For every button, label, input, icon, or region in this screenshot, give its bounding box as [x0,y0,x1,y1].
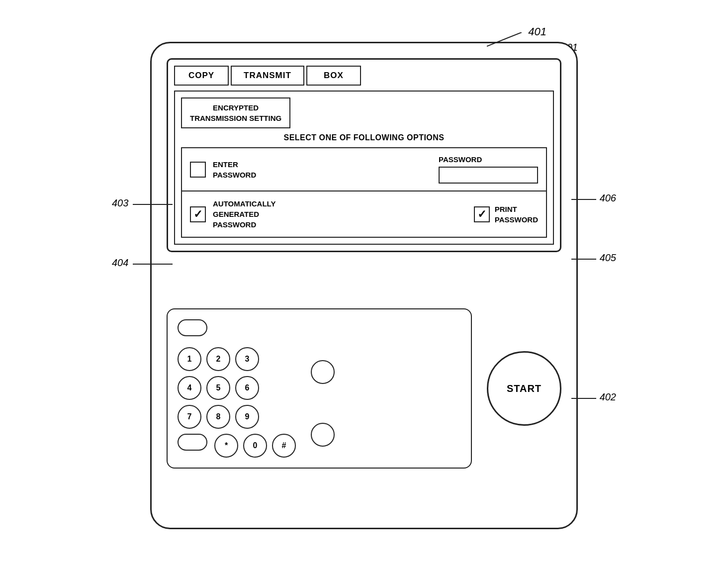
key-oval-bottom-left[interactable] [178,434,207,451]
screen-header: ENCRYPTED TRANSMISSION SETTING [181,97,290,128]
key-0[interactable]: 0 [243,434,267,458]
tab-box[interactable]: BOX [306,66,361,86]
option-row-enter-password: ENTERPASSWORD PASSWORD [181,147,547,191]
option-left-auto: ✓ AUTOMATICALLYGENERATEDPASSWORD [190,198,275,230]
keypad-grid: 1 2 3 4 5 6 7 8 [178,347,296,458]
annotation-405-line [571,255,596,263]
keypad-row-2: 4 5 6 [178,376,259,400]
key-oval-left-top[interactable] [178,319,207,336]
key-3[interactable]: 3 [235,347,259,371]
keypad-row-4: * 0 # [178,434,296,458]
tab-row: COPY TRANSMIT BOX [174,66,554,86]
key-4[interactable]: 4 [178,376,201,400]
key-5[interactable]: 5 [206,376,230,400]
annotation-404-line [133,260,173,268]
display-screen: COPY TRANSMIT BOX ENCRYPTED TRANSMISSION… [167,58,561,252]
tab-copy[interactable]: COPY [174,66,229,86]
annotation-402-line [571,394,596,402]
annotation-401: 401 [528,25,546,38]
key-oval-right-bottom[interactable] [311,423,335,447]
device-body: 401 COPY TRANSMIT BOX ENCRYPTED TRANSMIS… [150,42,578,529]
start-button-wrap: START [487,351,561,426]
annotation-404: 404 [112,257,128,269]
key-9[interactable]: 9 [235,405,259,429]
start-button[interactable]: START [487,351,561,426]
annotation-402: 402 [600,391,616,403]
print-password-label: PRINTPASSWORD [495,204,538,225]
screen-content: ENCRYPTED TRANSMISSION SETTING SELECT ON… [174,91,554,245]
key-1[interactable]: 1 [178,347,201,371]
password-field-label: PASSWORD [439,155,482,164]
select-option-text: SELECT ONE OF FOLLOWING OPTIONS [181,133,547,142]
option-row-auto-password: ✓ AUTOMATICALLYGENERATEDPASSWORD ✓ PRINT… [181,191,547,238]
option-right-print: ✓ PRINTPASSWORD [474,204,538,225]
checkbox-enter-password[interactable] [190,162,206,178]
enter-password-label: ENTERPASSWORD [213,159,256,180]
keypad-row-1: 1 2 3 [178,347,259,371]
keypad-right-buttons [311,330,335,447]
annotation-401-line [487,32,527,47]
tab-transmit[interactable]: TRANSMIT [231,66,304,86]
password-input-field[interactable] [439,167,538,184]
key-hash[interactable]: # [272,434,296,458]
password-field-group: PASSWORD [439,155,538,184]
keypad-main-area: 1 2 3 4 5 6 7 8 [178,319,461,458]
key-8[interactable]: 8 [206,405,230,429]
keypad-row-3: 7 8 9 [178,405,259,429]
option-left-enter: ENTERPASSWORD [190,159,256,180]
annotation-403-line [133,200,173,208]
keypad-panel: 1 2 3 4 5 6 7 8 [167,308,472,469]
key-2[interactable]: 2 [206,347,230,371]
svg-line-0 [487,32,522,46]
key-oval-right-top[interactable] [311,360,335,384]
annotation-403: 403 [112,197,128,209]
key-star[interactable]: * [214,434,238,458]
auto-password-label: AUTOMATICALLYGENERATEDPASSWORD [213,198,275,230]
key-7[interactable]: 7 [178,405,201,429]
key-6[interactable]: 6 [235,376,259,400]
annotation-405: 405 [600,252,616,264]
checkbox-print-password[interactable]: ✓ [474,206,490,222]
annotation-406: 406 [600,192,616,204]
checkbox-auto-password[interactable]: ✓ [190,206,206,222]
bottom-section: 1 2 3 4 5 6 7 8 [167,264,561,513]
annotation-406-line [571,195,596,203]
